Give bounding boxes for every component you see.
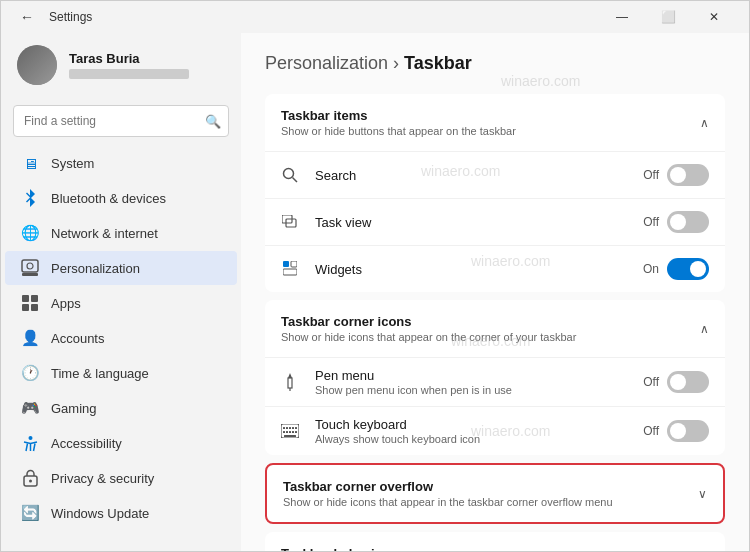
section-corner-overflow-chevron: ∨ — [698, 487, 707, 501]
avatar — [17, 45, 57, 85]
gaming-label: Gaming — [51, 401, 97, 416]
time-icon: 🕐 — [21, 364, 39, 382]
svg-rect-20 — [286, 427, 288, 429]
bluetooth-label: Bluetooth & devices — [51, 191, 166, 206]
sidebar-item-apps[interactable]: Apps — [5, 286, 237, 320]
time-label: Time & language — [51, 366, 149, 381]
user-section: Taras Buria — [1, 33, 241, 97]
svg-rect-26 — [289, 431, 291, 433]
personalization-label: Personalization — [51, 261, 140, 276]
widgets-toggle-label: On — [643, 262, 659, 276]
page-header: Personalization › Taskbar — [265, 53, 725, 74]
search-icon: 🔍 — [205, 114, 221, 129]
section-corner-overflow-subtitle: Show or hide icons that appear in the ta… — [283, 496, 613, 508]
section-behaviors-title: Taskbar behaviors — [281, 546, 618, 551]
section-taskbar-corner-icons: Taskbar corner icons Show or hide icons … — [265, 300, 725, 455]
svg-rect-16 — [283, 269, 297, 275]
svg-rect-21 — [289, 427, 291, 429]
touchkeyboard-toggle-group: Off — [643, 420, 709, 442]
sidebar-item-personalization[interactable]: Personalization — [5, 251, 237, 285]
widgets-toggle[interactable] — [667, 258, 709, 280]
section-taskbar-items-chevron: ∧ — [700, 116, 709, 130]
svg-rect-3 — [22, 295, 29, 302]
sidebar-item-privacy[interactable]: Privacy & security — [5, 461, 237, 495]
svg-point-9 — [29, 480, 32, 483]
system-icon: 🖥 — [21, 154, 39, 172]
sidebar-item-network[interactable]: 🌐 Network & internet — [5, 216, 237, 250]
user-name: Taras Buria — [69, 51, 225, 66]
breadcrumb-title: Taskbar — [404, 53, 472, 73]
pen-toggle[interactable] — [667, 371, 709, 393]
sidebar-item-bluetooth[interactable]: Bluetooth & devices — [5, 181, 237, 215]
touchkeyboard-toggle[interactable] — [667, 420, 709, 442]
accounts-icon: 👤 — [21, 329, 39, 347]
svg-line-11 — [293, 178, 298, 183]
search-box: 🔍 — [13, 105, 229, 137]
widgets-toggle-group: On — [643, 258, 709, 280]
back-button[interactable]: ← — [13, 3, 41, 31]
section-taskbar-items: Taskbar items Show or hide buttons that … — [265, 94, 725, 292]
svg-point-2 — [27, 263, 33, 269]
section-corner-icons-header[interactable]: Taskbar corner icons Show or hide icons … — [265, 300, 725, 357]
section-corner-icons-subtitle: Show or hide icons that appear on the co… — [281, 331, 576, 343]
touchkeyboard-row-icon — [277, 418, 303, 444]
svg-rect-23 — [295, 427, 297, 429]
search-row-text: Search — [315, 168, 643, 183]
minimize-button[interactable]: — — [599, 1, 645, 33]
section-corner-icons-text: Taskbar corner icons Show or hide icons … — [281, 314, 576, 343]
svg-rect-25 — [286, 431, 288, 433]
sidebar-item-system[interactable]: 🖥 System — [5, 146, 237, 180]
accessibility-label: Accessibility — [51, 436, 122, 451]
widgets-row-text: Widgets — [315, 262, 643, 277]
maximize-button[interactable]: ⬜ — [645, 1, 691, 33]
taskview-toggle[interactable] — [667, 211, 709, 233]
search-toggle-label: Off — [643, 168, 659, 182]
user-email — [69, 69, 189, 79]
setting-row-touchkeyboard: Touch keyboard Always show touch keyboar… — [265, 406, 725, 455]
window-title: Settings — [49, 10, 92, 24]
taskview-toggle-label: Off — [643, 215, 659, 229]
pen-toggle-label: Off — [643, 375, 659, 389]
section-taskbar-items-subtitle: Show or hide buttons that appear on the … — [281, 125, 516, 137]
pen-row-sublabel: Show pen menu icon when pen is in use — [315, 384, 643, 396]
svg-rect-5 — [22, 304, 29, 311]
touchkeyboard-row-text: Touch keyboard Always show touch keyboar… — [315, 417, 643, 445]
privacy-icon — [21, 469, 39, 487]
close-button[interactable]: ✕ — [691, 1, 737, 33]
network-icon: 🌐 — [21, 224, 39, 242]
section-corner-icons-chevron: ∧ — [700, 322, 709, 336]
svg-rect-19 — [283, 427, 285, 429]
section-corner-overflow-title: Taskbar corner overflow — [283, 479, 613, 494]
search-toggle[interactable] — [667, 164, 709, 186]
gaming-icon: 🎮 — [21, 399, 39, 417]
privacy-label: Privacy & security — [51, 471, 154, 486]
svg-rect-14 — [283, 261, 289, 267]
section-corner-overflow-header[interactable]: Taskbar corner overflow Show or hide ico… — [267, 465, 723, 522]
main-content: winaero.com winaero.com winaero.com wina… — [241, 33, 749, 551]
network-label: Network & internet — [51, 226, 158, 241]
svg-rect-6 — [31, 304, 38, 311]
svg-rect-17 — [288, 378, 292, 388]
sidebar-item-time[interactable]: 🕐 Time & language — [5, 356, 237, 390]
sidebar-item-update[interactable]: 🔄 Windows Update — [5, 496, 237, 530]
personalization-icon — [21, 259, 39, 277]
section-taskbar-items-header[interactable]: Taskbar items Show or hide buttons that … — [265, 94, 725, 151]
pen-toggle-thumb — [670, 374, 686, 390]
touchkeyboard-row-sublabel: Always show touch keyboard icon — [315, 433, 643, 445]
touchkeyboard-toggle-thumb — [670, 423, 686, 439]
svg-point-10 — [284, 169, 294, 179]
widgets-row-icon — [277, 256, 303, 282]
pen-toggle-group: Off — [643, 371, 709, 393]
sidebar-item-accessibility[interactable]: Accessibility — [5, 426, 237, 460]
sidebar: Taras Buria 🔍 🖥 System — [1, 33, 241, 551]
content-area: Taras Buria 🔍 🖥 System — [1, 33, 749, 551]
sidebar-item-accounts[interactable]: 👤 Accounts — [5, 321, 237, 355]
search-input[interactable] — [13, 105, 229, 137]
svg-rect-28 — [295, 431, 297, 433]
pen-row-label: Pen menu — [315, 368, 643, 383]
section-behaviors-header[interactable]: Taskbar behaviors Taskbar alignment, bad… — [265, 532, 725, 551]
sidebar-item-gaming[interactable]: 🎮 Gaming — [5, 391, 237, 425]
svg-point-7 — [28, 436, 32, 440]
section-behaviors-text: Taskbar behaviors Taskbar alignment, bad… — [281, 546, 618, 551]
taskview-row-label: Task view — [315, 215, 643, 230]
